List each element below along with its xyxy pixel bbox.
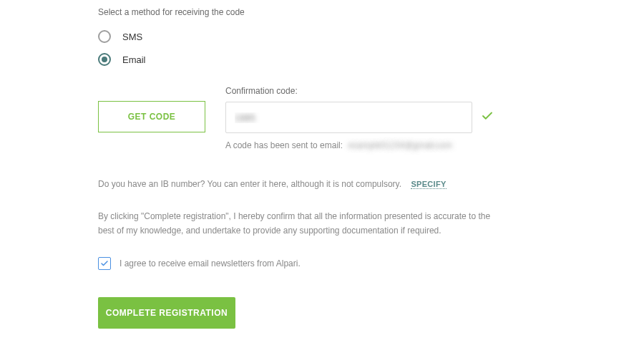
radio-icon-selected [98,53,111,66]
code-sent-prefix: A code has been sent to email: [225,140,343,150]
checkmark-icon [481,110,494,125]
radio-option-email[interactable]: Email [98,53,515,66]
method-section-label: Select a method for receiving the code [98,7,515,17]
checkbox-icon [98,257,111,270]
newsletter-label: I agree to receive email newsletters fro… [119,258,301,268]
ib-number-row: Do you have an IB number? You can enter … [98,179,515,189]
radio-icon [98,30,111,43]
get-code-button[interactable]: GET CODE [98,101,205,132]
ib-number-text: Do you have an IB number? You can enter … [98,179,401,189]
code-sent-text: A code has been sent to email: example01… [225,140,515,150]
code-sent-email: example01234@gmail.com [348,140,452,150]
confirmation-code-label: Confirmation code: [225,86,515,96]
radio-option-sms[interactable]: SMS [98,30,515,43]
radio-label-email: Email [122,54,146,65]
radio-label-sms: SMS [122,32,142,42]
newsletter-checkbox-row[interactable]: I agree to receive email newsletters fro… [98,257,515,270]
confirmation-code-input[interactable] [225,102,472,133]
complete-registration-button[interactable]: COMPLETE REGISTRATION [98,297,235,329]
disclaimer-text: By clicking "Complete registration", I h… [98,209,499,238]
specify-link[interactable]: SPECIFY [411,180,446,189]
